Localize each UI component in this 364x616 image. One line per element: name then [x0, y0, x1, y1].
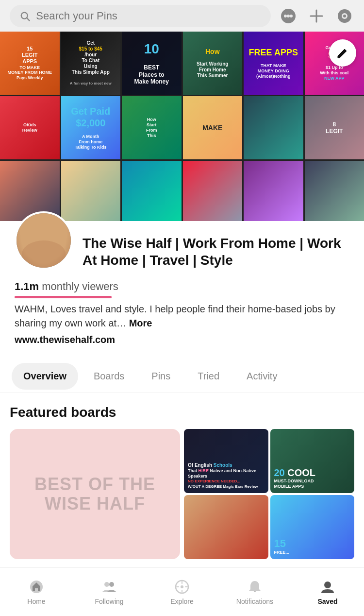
search-input[interactable] [36, 10, 261, 22]
message-icon[interactable] [279, 6, 298, 26]
viewers-label: monthly viewers [42, 280, 118, 293]
saved-icon [319, 579, 336, 595]
cover-cell: FREE APPSTHAT MAKEMONEY DOING(Almost)Not… [244, 32, 303, 95]
home-icon [28, 579, 45, 595]
profile-info: The Wise Half | Work From Home | Work At… [83, 231, 349, 273]
bottom-nav-saved[interactable]: Saved [291, 575, 364, 609]
cover-image: 15LEGITAPPSTO MAKEMONEY FROM HOMEPays We… [0, 32, 364, 221]
bottom-nav-explore[interactable]: Explore [146, 575, 218, 609]
following-label: Following [95, 598, 123, 605]
bottom-nav-home[interactable]: Home [0, 575, 73, 609]
cover-cell: 15LEGITAPPSTO MAKEMONEY FROM HOMEPays We… [0, 32, 60, 95]
tab-overview[interactable]: Overview [12, 363, 78, 390]
cover-cell [61, 161, 121, 221]
cover-cell: Get$15 to $45/hourTo ChatUsingThis Simpl… [61, 32, 121, 95]
tab-boards[interactable]: Boards [82, 363, 136, 390]
tab-activity[interactable]: Activity [235, 363, 289, 390]
bottom-nav-notifications[interactable]: Notifications [218, 575, 291, 609]
saved-label: Saved [317, 598, 337, 605]
tab-pins[interactable]: Pins [140, 363, 182, 390]
following-icon [101, 579, 117, 595]
featured-section: Featured boards BEST OF THE WISE HALF Of… [0, 393, 364, 567]
settings-icon[interactable] [335, 6, 354, 26]
cover-cell: HowStartFromThis [122, 96, 182, 159]
search-icon [19, 10, 30, 22]
bio: WAHM, Loves travel and style. I help peo… [15, 302, 349, 330]
bottom-nav: Home Following Explore [0, 567, 364, 616]
cover-cell: Get Paid$2,000A MonthFrom homeTalking To… [61, 96, 121, 159]
bio-text: WAHM, Loves travel and style. I help peo… [15, 304, 335, 328]
cover-cell [122, 161, 182, 221]
cover-cell: OKidsReview [0, 96, 60, 159]
explore-icon [174, 579, 190, 595]
home-label: Home [27, 598, 45, 605]
search-input-wrap[interactable] [10, 5, 271, 27]
svg-point-3 [284, 15, 287, 17]
viewers-underline [15, 296, 112, 298]
cover-cell: 8LEGIT [305, 96, 364, 159]
header-icons [279, 6, 354, 26]
boards-grid: BEST OF THE WISE HALF Of English Schools… [10, 429, 354, 559]
website-link[interactable]: www.thewisehalf.com [15, 334, 349, 345]
svg-point-12 [104, 582, 109, 587]
edit-button[interactable] [329, 39, 356, 67]
cover-cell [244, 96, 303, 159]
bottom-nav-following[interactable]: Following [73, 575, 146, 609]
svg-point-10 [343, 15, 346, 17]
monthly-viewers: 1.1m monthly viewers [15, 280, 349, 293]
bio-more[interactable]: More [129, 318, 152, 328]
board-mini-1[interactable]: Of English Schools That HIRE Native and … [184, 429, 268, 493]
svg-point-15 [181, 585, 183, 588]
board-main[interactable]: BEST OF THE WISE HALF [10, 429, 180, 559]
cover-cell: 10BESTPlaces toMake Money [122, 32, 182, 95]
explore-label: Explore [170, 598, 193, 605]
tab-tried[interactable]: Tried [186, 363, 231, 390]
search-bar [0, 0, 364, 32]
profile-section: The Wise Half | Work From Home | Work At… [0, 221, 364, 360]
profile-header: The Wise Half | Work From Home | Work At… [15, 231, 349, 273]
svg-point-5 [290, 15, 293, 17]
viewers-count: 1.1m [15, 280, 39, 293]
add-icon[interactable] [307, 6, 326, 26]
svg-point-16 [324, 582, 331, 588]
board-mini-2[interactable]: 20 COOL MUST-DOWNLOADMOBILE APPS [270, 429, 355, 493]
cover-cell [183, 161, 243, 221]
notifications-label: Notifications [236, 598, 273, 605]
cover-cell: HowStart WorkingFrom HomeThis Summer [183, 32, 243, 95]
notifications-icon [247, 579, 263, 595]
cover-cell [305, 161, 364, 221]
svg-line-1 [27, 18, 29, 20]
main-content: 15LEGITAPPSTO MAKEMONEY FROM HOMEPays We… [0, 32, 364, 616]
board-mini-3[interactable] [184, 495, 268, 559]
board-main-text: BEST OF THE WISE HALF [10, 465, 180, 523]
svg-point-13 [109, 582, 114, 587]
board-mini-4[interactable]: 15 FREE... [270, 495, 355, 559]
cover-grid: 15LEGITAPPSTO MAKEMONEY FROM HOMEPays We… [0, 32, 364, 221]
svg-point-4 [287, 15, 290, 17]
cover-cell [244, 161, 303, 221]
avatar [15, 211, 73, 270]
featured-title: Featured boards [10, 405, 354, 420]
nav-tabs: Overview Boards Pins Tried Activity [0, 360, 364, 393]
profile-name: The Wise Half | Work From Home | Work At… [83, 235, 349, 269]
cover-cell: MAKE [183, 96, 243, 159]
board-right: Of English Schools That HIRE Native and … [184, 429, 354, 559]
